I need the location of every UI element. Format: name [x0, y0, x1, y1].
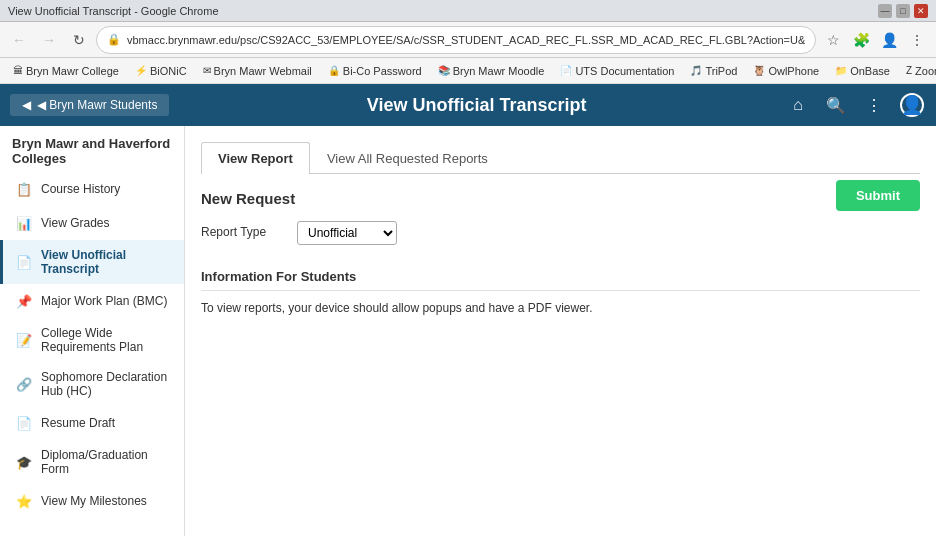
back-arrow-icon: ◀ [22, 98, 31, 112]
window-controls: — □ ✕ [878, 4, 928, 18]
bookmark-webmail[interactable]: ✉ Bryn Mawr Webmail [198, 63, 317, 79]
bookmark-bionic[interactable]: ⚡ BiONiC [130, 63, 192, 79]
tab-view-all-requested[interactable]: View All Requested Reports [310, 142, 505, 174]
bookmark-uts-doc[interactable]: 📄 UTS Documentation [555, 63, 679, 79]
sidebar-item-label: Major Work Plan (BMC) [41, 294, 167, 308]
bookmark-label: Bryn Mawr Moodle [453, 65, 545, 77]
profile-button[interactable]: 👤 [876, 27, 902, 53]
home-button[interactable]: ⌂ [784, 91, 812, 119]
content-area: View Report View All Requested Reports N… [185, 126, 936, 536]
reload-button[interactable]: ↻ [66, 27, 92, 53]
bookmark-bico-password[interactable]: 🔒 Bi-Co Password [323, 63, 427, 79]
tab-view-report-label: View Report [218, 151, 293, 166]
bookmark-label: Bryn Mawr Webmail [214, 65, 312, 77]
bookmark-favicon: 🎵 [690, 65, 702, 76]
extensions-button[interactable]: 🧩 [848, 27, 874, 53]
bookmark-favicon: 🔒 [328, 65, 340, 76]
titlebar-title: View Unofficial Transcript - Google Chro… [8, 5, 878, 17]
minimize-button[interactable]: — [878, 4, 892, 18]
bookmark-label: UTS Documentation [575, 65, 674, 77]
bookmark-favicon: ✉ [203, 65, 211, 76]
sidebar-item-label: Diploma/Graduation Form [41, 448, 172, 476]
info-text: To view reports, your device should allo… [201, 301, 920, 315]
forward-button[interactable]: → [36, 27, 62, 53]
address-bar-container: 🔒 [96, 26, 816, 54]
major-work-plan-icon: 📌 [15, 292, 33, 310]
more-options-button[interactable]: ⋮ [860, 91, 888, 119]
report-type-row: Report Type Unofficial Official [201, 221, 397, 245]
bookmark-favicon: 📄 [560, 65, 572, 76]
ssl-lock-icon: 🔒 [107, 33, 121, 46]
toolbar-icons: ☆ 🧩 👤 ⋮ [820, 27, 930, 53]
section-title: New Request Report Type Unofficial Offic… [201, 190, 397, 257]
sidebar-item-label: Resume Draft [41, 416, 115, 430]
sidebar-item-view-unofficial-transcript[interactable]: 📄 View Unofficial Transcript [0, 240, 184, 284]
sidebar-item-college-wide-requirements[interactable]: 📝 College Wide Requirements Plan [0, 318, 184, 362]
sidebar-item-major-work-plan[interactable]: 📌 Major Work Plan (BMC) [0, 284, 184, 318]
bookmark-label: Bryn Mawr College [26, 65, 119, 77]
app-title: View Unofficial Transcript [169, 95, 784, 116]
bookmark-label: OwlPhone [768, 65, 819, 77]
bookmark-bryn-mawr-college[interactable]: 🏛 Bryn Mawr College [8, 63, 124, 79]
diploma-icon: 🎓 [15, 453, 33, 471]
resume-icon: 📄 [15, 414, 33, 432]
back-to-students-button[interactable]: ◀ ◀ Bryn Mawr Students [10, 94, 169, 116]
sidebar-item-sophomore-declaration[interactable]: 🔗 Sophomore Declaration Hub (HC) [0, 362, 184, 406]
sidebar-item-label: View My Milestones [41, 494, 147, 508]
sidebar-item-label: College Wide Requirements Plan [41, 326, 172, 354]
main-layout: Bryn Mawr and Haverford Colleges 📋 Cours… [0, 126, 936, 536]
search-button[interactable]: 🔍 [822, 91, 850, 119]
milestones-icon: ⭐ [15, 492, 33, 510]
sidebar-item-view-grades[interactable]: 📊 View Grades [0, 206, 184, 240]
bookmark-zoom[interactable]: Z Zoom [901, 63, 936, 79]
submit-button[interactable]: Submit [836, 180, 920, 211]
address-input[interactable] [127, 34, 805, 46]
bookmark-moodle[interactable]: 📚 Bryn Mawr Moodle [433, 63, 550, 79]
sidebar-item-label: View Unofficial Transcript [41, 248, 172, 276]
new-request-row: New Request Report Type Unofficial Offic… [201, 190, 920, 257]
search-icon: 🔍 [826, 96, 846, 115]
bookmark-tripod[interactable]: 🎵 TriPod [685, 63, 742, 79]
sophomore-hub-icon: 🔗 [15, 375, 33, 393]
report-type-label: Report Type [201, 221, 281, 239]
bookmark-onbase[interactable]: 📁 OnBase [830, 63, 895, 79]
transcript-icon: 📄 [15, 253, 33, 271]
bookmark-label: Zoom [915, 65, 936, 77]
bookmark-label: TriPod [705, 65, 737, 77]
view-grades-icon: 📊 [15, 214, 33, 232]
sidebar-item-resume-draft[interactable]: 📄 Resume Draft [0, 406, 184, 440]
sidebar-item-diploma-form[interactable]: 🎓 Diploma/Graduation Form [0, 440, 184, 484]
sidebar-item-course-history[interactable]: 📋 Course History [0, 172, 184, 206]
report-type-select[interactable]: Unofficial Official [297, 221, 397, 245]
bookmark-owlphone[interactable]: 🦉 OwlPhone [748, 63, 824, 79]
course-history-icon: 📋 [15, 180, 33, 198]
bookmark-label: OnBase [850, 65, 890, 77]
user-profile-button[interactable]: 👤 [898, 91, 926, 119]
more-icon: ⋮ [866, 96, 882, 115]
chrome-menu-button[interactable]: ⋮ [904, 27, 930, 53]
requirements-icon: 📝 [15, 331, 33, 349]
maximize-button[interactable]: □ [896, 4, 910, 18]
bookmark-favicon: 📁 [835, 65, 847, 76]
back-button-label: ◀ Bryn Mawr Students [37, 98, 157, 112]
sidebar-item-label: Course History [41, 182, 120, 196]
sidebar-heading: Bryn Mawr and Haverford Colleges [0, 126, 184, 172]
bookmarks-bar: 🏛 Bryn Mawr College ⚡ BiONiC ✉ Bryn Mawr… [0, 58, 936, 84]
sidebar-item-label: Sophomore Declaration Hub (HC) [41, 370, 172, 398]
tabs-bar: View Report View All Requested Reports [201, 142, 920, 174]
app-header: ◀ ◀ Bryn Mawr Students View Unofficial T… [0, 84, 936, 126]
bookmark-favicon: 🦉 [753, 65, 765, 76]
bookmark-label: BiONiC [150, 65, 187, 77]
close-button[interactable]: ✕ [914, 4, 928, 18]
info-section: Information For Students To view reports… [201, 269, 920, 315]
back-button[interactable]: ← [6, 27, 32, 53]
sidebar-item-label: View Grades [41, 216, 109, 230]
tab-view-report[interactable]: View Report [201, 142, 310, 174]
user-icon: 👤 [900, 93, 924, 117]
browser-toolbar: ← → ↻ 🔒 ☆ 🧩 👤 ⋮ [0, 22, 936, 58]
browser-titlebar: View Unofficial Transcript - Google Chro… [0, 0, 936, 22]
bookmark-favicon: 🏛 [13, 65, 23, 76]
bookmark-favicon: 📚 [438, 65, 450, 76]
sidebar-item-my-milestones[interactable]: ⭐ View My Milestones [0, 484, 184, 518]
bookmark-star-button[interactable]: ☆ [820, 27, 846, 53]
